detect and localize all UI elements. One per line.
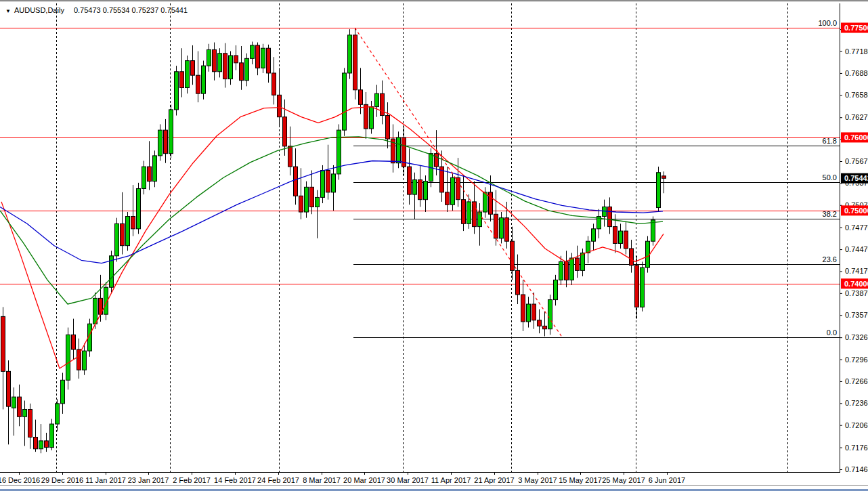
bear-candle <box>180 72 184 88</box>
bear-candle <box>608 207 612 226</box>
date-axis-label: 6 Jun 2017 <box>649 476 685 484</box>
bull-candle <box>39 441 43 449</box>
date-axis-label: 23 Jan 2017 <box>128 476 169 484</box>
price-level-tag-label: 0.77500 <box>844 24 868 32</box>
bull-candle <box>397 137 401 163</box>
bull-candle <box>370 107 374 129</box>
bull-candle <box>343 73 347 130</box>
fibonacci-level-label: 61.8 <box>823 137 837 145</box>
bull-candle <box>646 241 650 268</box>
bear-candle <box>121 223 125 245</box>
price-axis-label: 0.76880 <box>845 69 868 77</box>
bull-candle <box>570 258 574 280</box>
bear-candle <box>630 249 634 265</box>
bull-candle <box>500 218 504 238</box>
bull-candle <box>175 72 179 110</box>
bull-candle <box>245 58 249 80</box>
bear-candle <box>418 180 422 200</box>
date-axis-label: 3 May 2017 <box>518 476 557 484</box>
bull-candle <box>66 335 70 380</box>
bear-candle <box>473 202 477 227</box>
bear-candle <box>435 154 439 167</box>
bear-candle <box>267 48 271 73</box>
price-axis-label: 0.74170 <box>845 267 868 275</box>
bull-candle <box>651 220 655 241</box>
bear-candle <box>278 95 282 116</box>
price-axis-label: 0.77180 <box>845 47 868 56</box>
bull-candle <box>348 35 352 73</box>
bear-candle <box>288 146 292 167</box>
date-axis-label: 15 May 2017 <box>559 476 602 484</box>
bull-candle <box>527 304 531 322</box>
price-level-tag-label: 0.76000 <box>844 133 868 142</box>
price-axis-label: 0.71460 <box>845 465 868 473</box>
price-axis-label: 0.73870 <box>845 289 868 297</box>
bear-candle <box>521 295 525 322</box>
bull-candle <box>12 397 16 408</box>
date-axis-label: 8 Mar 2017 <box>303 476 341 484</box>
bull-candle <box>186 61 190 88</box>
bear-candle <box>7 371 11 406</box>
bull-candle <box>657 173 661 208</box>
bear-candle <box>462 200 466 224</box>
bear-candle <box>148 167 152 182</box>
date-axis-label: 25 May 2017 <box>602 476 645 484</box>
fibonacci-level-label: 50.0 <box>823 173 837 182</box>
date-axis-label: 11 Apr 2017 <box>431 476 471 484</box>
window-top-edge-highlight <box>0 1 868 2</box>
bear-candle <box>494 214 498 238</box>
bull-candle <box>581 253 585 270</box>
bull-candle <box>61 380 65 404</box>
bull-candle <box>23 409 27 417</box>
price-axis-label: 0.76275 <box>845 113 868 121</box>
bull-candle <box>483 192 487 212</box>
bull-candle <box>137 188 141 228</box>
bull-candle <box>115 223 119 255</box>
bear-candle <box>299 196 303 212</box>
bear-candle <box>131 217 135 229</box>
bear-candle <box>28 409 32 437</box>
price-axis-label: 0.74470 <box>845 245 868 253</box>
bear-candle <box>386 116 390 140</box>
bull-candle <box>375 93 379 106</box>
price-axis-label: 0.73570 <box>845 311 868 319</box>
bear-candle <box>364 104 368 129</box>
bear-candle <box>516 270 520 295</box>
bull-candle <box>619 231 623 243</box>
date-axis-label: 21 Apr 2017 <box>474 476 514 484</box>
candlestick-chart: 100.061.850.038.223.60.00.774800.771800.… <box>0 0 868 491</box>
bull-candle <box>153 156 157 182</box>
current-price-tag-label: 0.75441 <box>844 174 868 182</box>
bull-candle <box>158 130 162 156</box>
bull-candle <box>413 180 417 195</box>
bear-candle <box>294 167 298 196</box>
bear-candle <box>240 63 244 81</box>
symbol-dropdown-icon[interactable]: ▼ <box>5 8 11 14</box>
bull-candle <box>126 217 130 246</box>
bear-candle <box>353 35 357 90</box>
bull-candle <box>305 187 309 212</box>
bear-candle <box>635 265 639 307</box>
date-axis-label: 2 Feb 2017 <box>173 476 211 484</box>
bear-candle <box>511 241 515 270</box>
price-axis-label: 0.72065 <box>845 421 868 429</box>
bull-candle <box>548 300 552 329</box>
fibonacci-level-label: 0.0 <box>827 328 837 337</box>
bear-candle <box>272 73 276 95</box>
bear-candle <box>196 75 200 93</box>
bull-candle <box>559 261 563 280</box>
bear-candle <box>223 54 227 79</box>
price-axis-label: 0.72665 <box>845 377 868 385</box>
price-level-tag-label: 0.74000 <box>844 280 868 288</box>
date-axis-label: 20 Mar 2017 <box>343 476 385 484</box>
bull-candle <box>202 66 206 93</box>
bear-candle <box>283 117 287 146</box>
bear-candle <box>18 397 22 417</box>
date-axis-label: 11 Jan 2017 <box>85 476 126 484</box>
bear-candle <box>72 335 76 349</box>
date-axis-label: 30 Mar 2017 <box>387 476 429 484</box>
bear-candle <box>164 130 168 154</box>
bear-candle <box>191 61 195 76</box>
fibonacci-level-label: 23.6 <box>823 255 837 263</box>
bear-candle <box>234 56 238 63</box>
